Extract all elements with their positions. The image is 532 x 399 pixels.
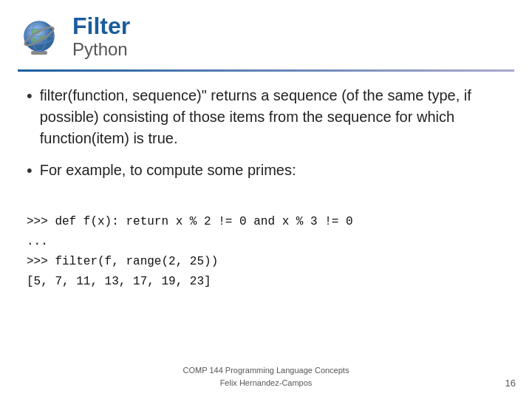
page-title: Filter — [72, 13, 130, 39]
bullet-item-2: • For example, to compute some primes: — [27, 160, 505, 183]
slide-number: 16 — [505, 378, 516, 389]
bullet-text-1: filter(function, sequence)" returns a se… — [40, 85, 505, 149]
footer: COMP 144 Programming Language Concepts F… — [0, 364, 532, 389]
content-area: • filter(function, sequence)" returns a … — [0, 72, 532, 200]
slide: Filter Python • filter(function, sequenc… — [0, 0, 532, 399]
code-line-4: [5, 7, 11, 13, 17, 19, 23] — [27, 272, 505, 292]
code-line-2: ... — [27, 232, 505, 252]
title-block: Filter Python — [72, 13, 130, 61]
footer-line2: Felix Hernandez-Campos — [220, 378, 313, 387]
page-subtitle: Python — [72, 39, 130, 61]
bullet-dot-2: • — [27, 160, 33, 183]
code-line-1: >>> def f(x): return x % 2 != 0 and x % … — [27, 212, 505, 232]
footer-line1: COMP 144 Programming Language Concepts — [183, 366, 349, 375]
header: Filter Python — [0, 0, 532, 66]
bullet-dot-1: • — [27, 85, 33, 108]
code-line-3: >>> filter(f, range(2, 25)) — [27, 252, 505, 272]
bullet-text-2: For example, to compute some primes: — [40, 160, 296, 181]
svg-point-9 — [31, 38, 37, 42]
bullet-item-1: • filter(function, sequence)" returns a … — [27, 85, 505, 149]
footer-text: COMP 144 Programming Language Concepts F… — [0, 364, 532, 389]
code-block: >>> def f(x): return x % 2 != 0 and x % … — [27, 212, 505, 293]
logo-icon — [18, 16, 61, 58]
